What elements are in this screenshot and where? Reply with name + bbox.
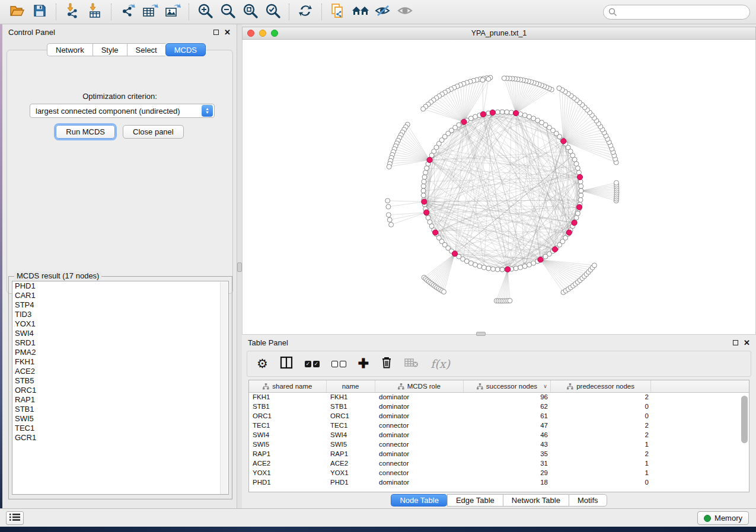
mcds-result-item[interactable]: SWI5: [12, 414, 228, 424]
network-node[interactable]: [513, 266, 518, 271]
network-node[interactable]: [473, 262, 478, 267]
deselect-all-rows-button[interactable]: [331, 361, 346, 367]
table-cell[interactable]: RAP1: [249, 450, 327, 459]
refresh-view-button[interactable]: [295, 2, 315, 21]
table-cell[interactable]: connector: [375, 421, 464, 431]
table-scrollbar[interactable]: [741, 395, 748, 491]
network-node[interactable]: [502, 76, 506, 81]
tab-select[interactable]: Select: [127, 43, 165, 56]
network-hub-node[interactable]: [452, 251, 457, 257]
network-node[interactable]: [442, 290, 446, 294]
table-cell[interactable]: dominator: [375, 412, 464, 421]
table-cell[interactable]: connector: [375, 459, 464, 469]
mcds-result-item[interactable]: RAP1: [12, 395, 228, 405]
network-hub-node[interactable]: [552, 246, 557, 252]
search-input[interactable]: [603, 5, 750, 20]
mcds-result-item[interactable]: FKH1: [12, 357, 228, 367]
network-node[interactable]: [575, 211, 580, 216]
mcds-result-item[interactable]: TEC1: [12, 424, 228, 433]
table-cell[interactable]: FKH1: [327, 393, 375, 402]
table-cell[interactable]: connector: [375, 440, 464, 450]
float-panel-icon[interactable]: [213, 30, 219, 35]
table-row[interactable]: ACE2ACE2connector311: [249, 459, 749, 469]
network-canvas[interactable]: [242, 40, 756, 335]
table-cell[interactable]: ORC1: [327, 412, 375, 421]
close-panel-icon[interactable]: ✕: [744, 340, 750, 345]
network-node[interactable]: [480, 78, 485, 82]
table-cell[interactable]: 96: [464, 393, 551, 402]
table-cell[interactable]: dominator: [375, 450, 464, 459]
network-node[interactable]: [477, 264, 482, 268]
table-cell[interactable]: dominator: [375, 402, 464, 412]
table-cell[interactable]: 46: [464, 431, 551, 440]
table-row[interactable]: TEC1TEC1connector472: [249, 421, 749, 431]
network-node[interactable]: [421, 188, 426, 193]
network-node[interactable]: [486, 266, 491, 271]
optimization-criterion-select[interactable]: largest connected component (undirected)…: [30, 104, 215, 118]
table-row[interactable]: ORC1ORC1dominator610: [249, 412, 749, 421]
table-cell[interactable]: 0: [551, 412, 652, 421]
network-hub-node[interactable]: [577, 174, 582, 180]
vertical-splitter[interactable]: [237, 24, 242, 508]
table-cell[interactable]: 0: [551, 402, 652, 412]
add-column-button[interactable]: ✚: [358, 356, 369, 371]
table-row[interactable]: FKH1FKH1dominator962: [249, 393, 749, 402]
table-cell[interactable]: STB1: [327, 402, 375, 412]
mcds-result-item[interactable]: SWI4: [12, 329, 228, 338]
network-hub-node[interactable]: [513, 110, 518, 116]
close-panel-icon[interactable]: ✕: [224, 30, 231, 35]
delete-column-button[interactable]: [381, 356, 393, 371]
network-node[interactable]: [574, 215, 579, 220]
network-node[interactable]: [579, 188, 583, 193]
table-cell[interactable]: SWI5: [327, 440, 375, 450]
import-table-button[interactable]: [85, 2, 105, 21]
task-history-button[interactable]: [6, 511, 24, 525]
network-hub-node[interactable]: [427, 157, 432, 162]
network-hub-node[interactable]: [576, 204, 582, 210]
network-node[interactable]: [421, 107, 426, 111]
tab-style[interactable]: Style: [92, 43, 127, 56]
export-table-button[interactable]: [140, 2, 160, 21]
show-all-button[interactable]: [395, 2, 416, 21]
table-cell[interactable]: 43: [464, 440, 551, 450]
network-hub-node[interactable]: [572, 220, 577, 225]
table-row[interactable]: PHD1PHD1dominator180: [249, 478, 749, 488]
table-cell[interactable]: YOX1: [249, 469, 327, 478]
mcds-list-scrollbar[interactable]: [220, 282, 228, 495]
network-node[interactable]: [575, 166, 580, 171]
table-cell[interactable]: SWI4: [249, 431, 327, 440]
tab-network-table[interactable]: Network Table: [503, 494, 569, 507]
network-window-titlebar[interactable]: YPA_prune.txt_1: [242, 27, 756, 40]
mcds-result-item[interactable]: ACE2: [12, 367, 228, 376]
network-node[interactable]: [522, 264, 527, 268]
network-hub-node[interactable]: [461, 119, 467, 124]
table-cell[interactable]: 1: [551, 469, 652, 478]
table-row[interactable]: SWI4SWI4dominator462: [249, 431, 749, 440]
open-file-button[interactable]: [7, 2, 27, 21]
run-mcds-button[interactable]: Run MCDS: [56, 125, 115, 139]
table-cell[interactable]: YOX1: [327, 469, 375, 478]
network-node[interactable]: [385, 198, 390, 203]
mcds-result-item[interactable]: STB1: [12, 405, 228, 414]
tab-network[interactable]: Network: [47, 43, 92, 56]
mcds-result-item[interactable]: CAR1: [12, 291, 228, 300]
tab-motifs[interactable]: Motifs: [569, 494, 607, 507]
column-header-predecessor-nodes[interactable]: predecessor nodes: [551, 380, 652, 392]
network-node[interactable]: [592, 263, 596, 268]
table-cell[interactable]: ACE2: [249, 459, 327, 469]
table-cell[interactable]: 2: [551, 450, 652, 459]
table-cell[interactable]: 35: [464, 450, 551, 459]
network-hub-node[interactable]: [561, 139, 566, 144]
network-hub-node[interactable]: [538, 257, 543, 262]
tab-mcds[interactable]: MCDS: [165, 43, 206, 56]
column-header-name[interactable]: name: [327, 380, 375, 392]
network-node[interactable]: [386, 204, 391, 209]
column-visibility-button[interactable]: [280, 356, 293, 371]
network-node[interactable]: [557, 86, 562, 91]
network-node[interactable]: [422, 180, 426, 184]
tab-edge-table[interactable]: Edge Table: [447, 494, 503, 507]
network-node[interactable]: [505, 110, 509, 114]
table-cell[interactable]: 2: [551, 431, 652, 440]
float-panel-icon[interactable]: [733, 340, 738, 345]
table-cell[interactable]: dominator: [375, 431, 464, 440]
